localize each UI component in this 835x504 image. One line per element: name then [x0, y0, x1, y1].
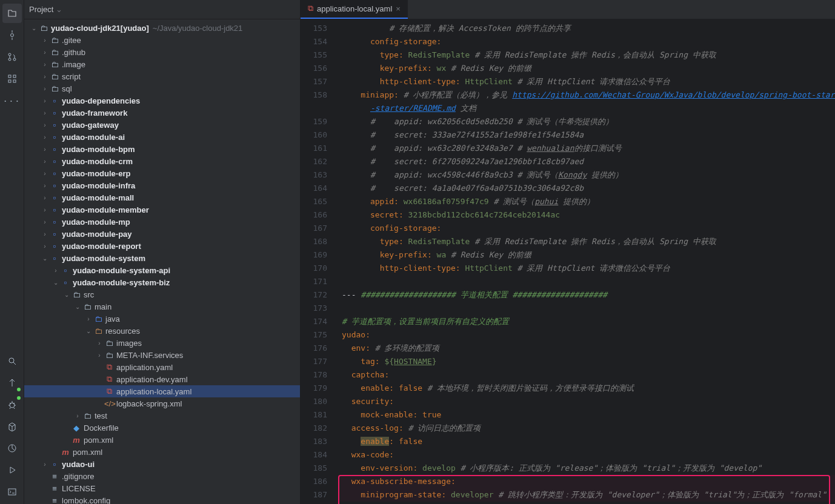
svg-point-1: [8, 53, 11, 56]
tree-item[interactable]: ▸≡lombok.config: [24, 494, 300, 504]
tree-item[interactable]: ›▫yudao-module-erp: [24, 167, 300, 179]
tree-item[interactable]: ▸◆Dockerfile: [24, 422, 300, 434]
tree-item[interactable]: ›▫yudao-gateway: [24, 119, 300, 131]
profiler-button[interactable]: [2, 439, 22, 458]
tree-item[interactable]: ›🗀test: [24, 409, 300, 422]
build-button[interactable]: [2, 417, 22, 436]
tree-item[interactable]: ›🗀java: [24, 313, 300, 325]
tree-item[interactable]: ▸⧉application-local.yaml: [24, 385, 300, 397]
sidebar-header[interactable]: Project ⌄: [24, 0, 300, 19]
tab-label: application-local.yaml: [317, 4, 392, 13]
svg-point-3: [13, 58, 16, 61]
tree-item[interactable]: ›🗀META-INF.services: [24, 349, 300, 361]
tree-item[interactable]: ⌄🗀src: [24, 288, 300, 300]
tree-item[interactable]: ›▫yudao-module-ai: [24, 131, 300, 143]
tree-item[interactable]: ›▫yudao-module-mp: [24, 216, 300, 228]
gutter: 1531541551561571581591601611621631641651…: [301, 19, 338, 504]
tab-application-local[interactable]: ⧉ application-local.yaml ×: [301, 0, 408, 19]
editor-area: ⧉ application-local.yaml × 1531541551561…: [301, 0, 835, 504]
chevron-down-icon: ⌄: [56, 5, 62, 14]
tree-item[interactable]: ⌄🗀yudao-cloud-jdk21 [yudao]~/Java/yudao-…: [24, 22, 300, 34]
tree-item[interactable]: ▸mpom.xml: [24, 446, 300, 458]
tree-item[interactable]: ▸≡LICENSE: [24, 482, 300, 494]
svg-rect-5: [13, 75, 16, 78]
terminal-button[interactable]: [2, 482, 22, 502]
editor-tabs: ⧉ application-local.yaml ×: [301, 0, 835, 19]
more-tool-button[interactable]: ···: [2, 91, 22, 110]
commit-tool-button[interactable]: [2, 25, 22, 45]
debug-button[interactable]: [2, 395, 22, 414]
svg-point-0: [10, 34, 13, 37]
tree-item[interactable]: ›▫yudao-module-mall: [24, 191, 300, 204]
svg-rect-4: [8, 75, 11, 78]
svg-point-2: [8, 58, 11, 61]
tree-item[interactable]: ›▫yudao-module-member: [24, 204, 300, 216]
tree-item[interactable]: ▸⧉application-dev.yaml: [24, 373, 300, 385]
svg-rect-6: [8, 80, 11, 82]
svg-rect-7: [13, 80, 16, 82]
tree-item[interactable]: ›🗀.gitee: [24, 34, 300, 46]
tree-item[interactable]: ›▫yudao-module-crm: [24, 155, 300, 167]
vcs-button[interactable]: [2, 373, 22, 393]
tree-item[interactable]: ⌄🗀main: [24, 300, 300, 313]
pull-requests-button[interactable]: [2, 47, 22, 67]
toolwindow-rail: ···: [0, 0, 24, 504]
tree-item[interactable]: ▸</>logback-spring.xml: [24, 397, 300, 409]
tree-item[interactable]: ⌄▫yudao-module-system: [24, 252, 300, 264]
tree-item[interactable]: ›▫yudao-module-pay: [24, 228, 300, 240]
tree-item[interactable]: ›🗀script: [24, 70, 300, 82]
services-button[interactable]: [2, 460, 22, 480]
svg-point-8: [9, 358, 14, 363]
project-sidebar: Project ⌄ ⌄🗀yudao-cloud-jdk21 [yudao]~/J…: [24, 0, 301, 504]
yaml-icon: ⧉: [308, 4, 313, 13]
tree-item[interactable]: ▸mpom.xml: [24, 434, 300, 446]
structure-tool-button[interactable]: [2, 69, 22, 88]
tree-item[interactable]: ›▫yudao-module-infra: [24, 179, 300, 191]
sidebar-title: Project: [29, 5, 53, 14]
search-button[interactable]: [2, 351, 22, 371]
svg-rect-11: [8, 489, 16, 495]
tree-item[interactable]: ›▫yudao-framework: [24, 107, 300, 119]
tree-item[interactable]: ›▫yudao-module-system-api: [24, 264, 300, 276]
tree-item[interactable]: ▸⧉application.yaml: [24, 361, 300, 373]
project-tool-button[interactable]: [2, 4, 22, 23]
tree-item[interactable]: ⌄🗀resources: [24, 325, 300, 337]
tree-item[interactable]: ›▫yudao-module-report: [24, 240, 300, 252]
project-tree[interactable]: ⌄🗀yudao-cloud-jdk21 [yudao]~/Java/yudao-…: [24, 19, 300, 504]
tree-item[interactable]: ▸≡.gitignore: [24, 470, 300, 482]
code-content[interactable]: # 存储配置，解决 AccessToken 的跨节点的共享 config-sto…: [338, 19, 835, 504]
tree-item[interactable]: ›🗀images: [24, 337, 300, 349]
tree-item[interactable]: ›🗀.image: [24, 58, 300, 70]
tree-item[interactable]: ›🗀.github: [24, 46, 300, 58]
code-editor[interactable]: 1531541551561571581591601611621631641651…: [301, 19, 835, 504]
tree-item[interactable]: ›▫yudao-module-bpm: [24, 143, 300, 155]
close-icon[interactable]: ×: [396, 4, 401, 13]
tree-item[interactable]: ›▫yudao-ui: [24, 458, 300, 470]
tree-item[interactable]: ⌄▫yudao-module-system-biz: [24, 276, 300, 288]
tree-item[interactable]: ›▫yudao-dependencies: [24, 94, 300, 107]
tree-item[interactable]: ›🗀sql: [24, 82, 300, 94]
